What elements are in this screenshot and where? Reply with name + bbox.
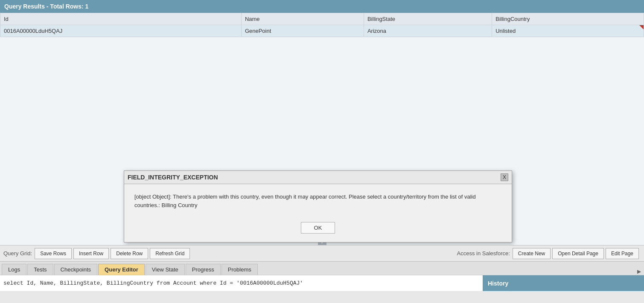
edit-page-button[interactable]: Edit Page (606, 248, 639, 259)
history-label: History (488, 280, 508, 287)
query-results-title: Query Results - Total Rows: 1 (4, 3, 88, 10)
grid-area: Id Name BillingState BillingCountry 0016… (0, 13, 644, 245)
dialog-body: [object Object]: There's a problem with … (124, 184, 512, 218)
query-input[interactable] (0, 275, 483, 291)
dialog-message: [object Object]: There's a problem with … (134, 193, 501, 209)
tab-problems[interactable]: Problems (221, 264, 258, 275)
refresh-grid-button[interactable]: Refresh Grid (150, 248, 190, 259)
query-results-header: Query Results - Total Rows: 1 (0, 0, 644, 13)
create-new-button[interactable]: Create New (513, 248, 551, 259)
error-dialog: FIELD_INTEGRITY_EXCEPTION X [object Obje… (124, 170, 512, 242)
history-panel[interactable]: History (483, 275, 644, 291)
dialog-ok-button[interactable]: OK (301, 222, 335, 234)
tab-query-editor[interactable]: Query Editor (98, 264, 145, 275)
tab-logs[interactable]: Logs (2, 264, 26, 275)
insert-row-button[interactable]: Insert Row (73, 248, 109, 259)
dialog-title: FIELD_INTEGRITY_EXCEPTION (128, 174, 218, 181)
tab-expand-icon[interactable]: ▶ (635, 268, 642, 275)
tab-view-state[interactable]: View State (146, 264, 185, 275)
dialog-close-button[interactable]: X (501, 173, 508, 181)
tab-checkpoints[interactable]: Checkpoints (54, 264, 98, 275)
toolbar-row: Query Grid: Save Rows Insert Row Delete … (0, 245, 644, 261)
query-grid-label: Query Grid: (3, 250, 32, 257)
open-detail-page-button[interactable]: Open Detail Page (552, 248, 604, 259)
access-in-salesforce-label: Access in Salesforce: (457, 250, 510, 257)
dialog-title-bar: FIELD_INTEGRITY_EXCEPTION X (124, 171, 512, 184)
dialog-footer: OK (124, 218, 512, 242)
save-rows-button[interactable]: Save Rows (35, 248, 72, 259)
dialog-overlay: FIELD_INTEGRITY_EXCEPTION X [object Obje… (0, 13, 644, 245)
query-editor-row: History (0, 275, 644, 291)
tab-progress[interactable]: Progress (186, 264, 221, 275)
tabs-row: Logs Tests Checkpoints Query Editor View… (0, 261, 644, 275)
tab-tests[interactable]: Tests (27, 264, 53, 275)
delete-row-button[interactable]: Delete Row (111, 248, 148, 259)
